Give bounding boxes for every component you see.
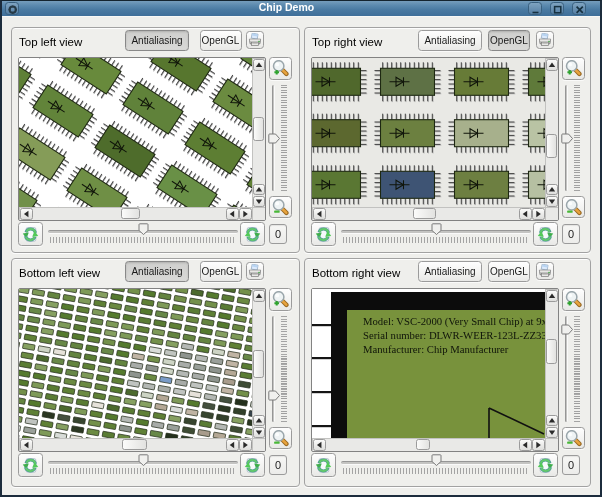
svg-text:Serial number: DLWR-WEER-123L-: Serial number: DLWR-WEER-123L-ZZ33-SDSJ	[363, 329, 545, 341]
svg-text:Manufacturer: Chip Manufacture: Manufacturer: Chip Manufacturer	[363, 343, 509, 355]
svg-text:Model: VSC-2000 (Very Small Ch: Model: VSC-2000 (Very Small Chip) at 9x7	[363, 315, 545, 328]
